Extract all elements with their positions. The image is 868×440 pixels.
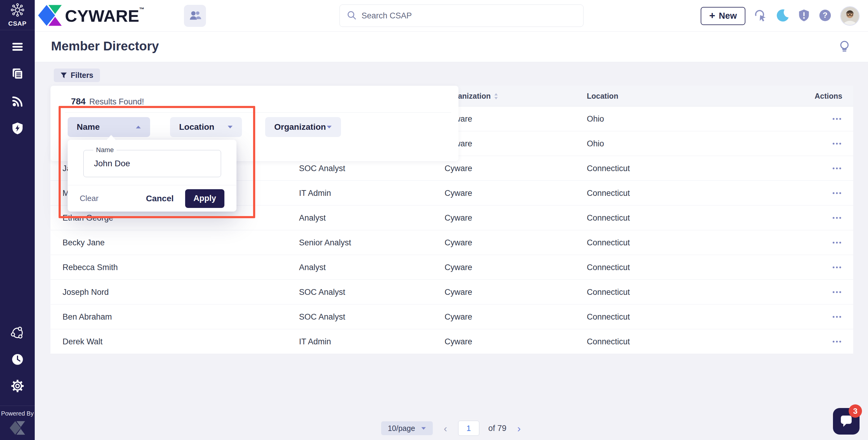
- cell-organization: Cyware: [444, 329, 581, 354]
- row-actions-button[interactable]: [832, 205, 842, 230]
- results-label: Results Found!: [89, 97, 144, 106]
- row-actions-button[interactable]: [832, 329, 842, 354]
- sidebar-item-threat-protect[interactable]: [0, 117, 35, 141]
- ellipsis-icon: [832, 338, 842, 345]
- row-actions-button[interactable]: [832, 106, 842, 131]
- clock-icon: [11, 353, 24, 367]
- page-title: Member Directory: [51, 39, 159, 54]
- page-total-label: of 79: [488, 424, 506, 433]
- search-icon: [346, 10, 357, 22]
- next-page-button[interactable]: ›: [516, 423, 523, 433]
- sidebar-item-menu[interactable]: [0, 36, 35, 59]
- clear-button[interactable]: Clear: [80, 194, 98, 203]
- chat-launcher[interactable]: 3: [833, 408, 860, 435]
- ellipsis-icon: [832, 140, 842, 147]
- page-number-input[interactable]: [458, 421, 479, 436]
- hamburger-menu-icon: [11, 41, 24, 54]
- sidebar-nav-top: [0, 36, 35, 141]
- ellipsis-icon: [832, 165, 842, 172]
- cell-location: Ohio: [587, 131, 798, 156]
- table-row: Joseph NordSOC AnalystCywareConnecticut: [51, 280, 853, 305]
- share-network-icon: [10, 326, 25, 341]
- cell-organization: Cyware: [444, 280, 581, 305]
- sort-icon[interactable]: [494, 93, 498, 100]
- row-actions-button[interactable]: [832, 156, 842, 181]
- sidebar-item-publications[interactable]: [0, 63, 35, 86]
- csap-label: CSAP: [8, 20, 26, 27]
- quick-actions-button[interactable]: [754, 9, 767, 23]
- row-actions-button[interactable]: [832, 305, 842, 329]
- ellipsis-icon: [832, 214, 842, 222]
- dark-mode-toggle[interactable]: [776, 8, 789, 24]
- cell-location: Connecticut: [587, 156, 798, 181]
- chat-unread-badge: 3: [849, 404, 862, 418]
- users-icon: [189, 10, 202, 22]
- cell-location: Connecticut: [587, 280, 798, 305]
- cyware-gray-logo: [9, 420, 26, 437]
- cell-location: Ohio: [587, 106, 798, 131]
- cell-location: Connecticut: [587, 230, 798, 255]
- user-avatar[interactable]: [840, 6, 860, 26]
- members-quick-button[interactable]: [184, 5, 206, 27]
- shield-exclamation-icon: [798, 9, 810, 23]
- shield-bolt-icon: [11, 122, 24, 136]
- row-actions-button[interactable]: [832, 255, 842, 280]
- sidebar-item-history[interactable]: [0, 348, 35, 372]
- filter-chip-location[interactable]: Location: [170, 117, 242, 137]
- row-actions-button[interactable]: [832, 280, 842, 305]
- content-area: Filters Organization Location Actions Cy…: [35, 62, 868, 440]
- prev-page-button[interactable]: ‹: [442, 423, 449, 433]
- cell-name: Joseph Nord: [63, 280, 274, 305]
- titlebar: Member Directory: [35, 32, 868, 62]
- row-actions-button[interactable]: [832, 181, 842, 205]
- csap-logo-block[interactable]: CSAP: [0, 0, 35, 30]
- row-actions-button[interactable]: [832, 230, 842, 255]
- svg-text:?: ?: [823, 10, 828, 20]
- cell-organization: Cyware: [444, 205, 581, 230]
- filters-button[interactable]: Filters: [54, 68, 100, 82]
- table-row: Rebecca SmithAnalystCywareConnecticut: [51, 255, 853, 280]
- rss-feed-icon: [11, 95, 24, 109]
- search-placeholder: Search CSAP: [362, 11, 412, 21]
- gear-icon: [10, 379, 25, 394]
- filter-chip-organization[interactable]: Organization: [265, 117, 341, 137]
- sidebar-nav-bottom: Powered By: [0, 322, 35, 440]
- row-actions-button[interactable]: [832, 131, 842, 156]
- help-button[interactable]: ?: [818, 9, 832, 23]
- column-header-location[interactable]: Location: [587, 86, 618, 106]
- page-size-select[interactable]: 10/page: [381, 421, 433, 435]
- name-filter-input[interactable]: [94, 159, 215, 168]
- powered-by-label: Powered By: [1, 410, 34, 417]
- global-search[interactable]: Search CSAP: [339, 4, 584, 27]
- cell-role: Analyst: [299, 255, 438, 280]
- name-field-wrapper: Name: [83, 150, 221, 177]
- ellipsis-icon: [832, 189, 842, 197]
- filter-chip-name[interactable]: Name: [68, 117, 150, 137]
- chevron-down-icon: [327, 125, 332, 129]
- moon-icon: [776, 8, 789, 24]
- lightbulb-icon[interactable]: [838, 40, 850, 55]
- sidebar-item-settings[interactable]: [0, 375, 35, 398]
- cell-organization: Cyware: [444, 305, 581, 329]
- name-field-label: Name: [93, 146, 117, 154]
- documents-icon: [11, 67, 24, 82]
- cell-location: Connecticut: [587, 205, 798, 230]
- topbar-actions: + New ?: [701, 0, 860, 32]
- chevron-down-icon: [227, 125, 233, 129]
- new-button[interactable]: + New: [701, 7, 745, 25]
- sidebar-item-feeds[interactable]: [0, 90, 35, 113]
- cyware-logo-mark: [37, 3, 63, 29]
- cyware-logo[interactable]: CYWARE™: [37, 2, 144, 29]
- cell-role: IT Admin: [299, 181, 438, 205]
- pagination: 10/page ‹ of 79 ›: [51, 421, 853, 436]
- cell-role: Senior Analyst: [299, 230, 438, 255]
- cancel-button[interactable]: Cancel: [146, 194, 174, 203]
- security-alerts-button[interactable]: [798, 9, 810, 23]
- cell-name: Ben Abraham: [63, 305, 274, 329]
- apply-button[interactable]: Apply: [185, 189, 224, 208]
- results-count: 784: [71, 97, 86, 106]
- sidebar-item-share[interactable]: [0, 322, 35, 345]
- ellipsis-icon: [832, 264, 842, 271]
- cell-role: Analyst: [299, 205, 438, 230]
- filter-divider: [65, 112, 451, 112]
